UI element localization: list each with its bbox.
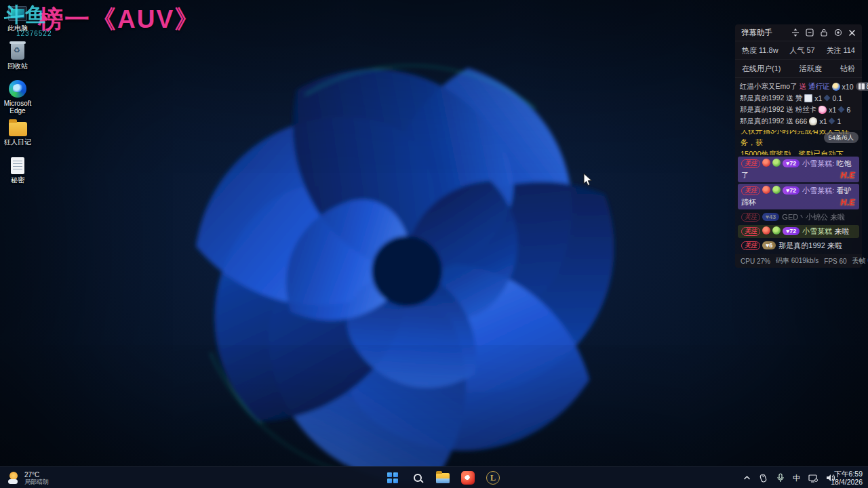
chat-text: 来啦 [830,213,845,221]
gift-name: 通行证 [808,82,830,92]
folder-icon [8,118,27,137]
emote-badge-icon [772,159,781,167]
gift-action: 送 [800,82,807,92]
tab-diamond-fans[interactable]: 钻粉 [840,64,855,74]
gift-user: 红温小寒又Emo了 [740,82,797,92]
gift-user: 那是真的1992 [740,117,784,126]
chat-username: 小雪莱糕 [802,227,832,235]
recycle-bin-icon [8,42,27,61]
taskbar-center-icons: L [383,468,502,487]
gift-action: 送 [786,117,793,126]
chat-message-entry: 关注♥43GED丶小锦公 来啦 [738,211,859,224]
gift-row: 那是真的1992 送 赞 x1 0.1 [735,92,862,104]
panel-tabs-row: 在线用户(1) 活跃度 钻粉 [735,60,862,78]
search-button[interactable] [408,468,427,487]
stream-status-bar: CPU 27% 码率 6019kb/s FPS 60 丢帧 0.00% [735,254,862,268]
file-explorer-button[interactable] [433,468,452,487]
taskbar-clock[interactable]: 下午6:59 18/4/2026 [828,469,865,487]
gift-user: 那是真的1992 [740,105,784,115]
panel-title: 弹幕助手 [741,28,791,38]
tab-online-users[interactable]: 在线用户(1) [742,64,781,74]
windows-logo-icon [387,472,398,483]
level-badge: ♥43 [762,213,779,221]
level-badge: ♥72 [783,186,800,195]
gift-score-pill: 8.3 [856,82,868,91]
value-diamond-icon [824,95,831,102]
desktop-icon-secret-doc[interactable]: 秘密 [1,156,35,184]
gift-user: 那是真的1992 [740,94,784,103]
desktop-icon-label: 回收站 [1,62,35,70]
like-gift-icon [804,94,812,102]
desktop-icon-label: 狂人日记 [1,138,35,146]
this-pc-icon [8,4,27,23]
chat-message-list: 关注♥72小雪莱糕: 吃饱了 H.E 关注♥72小雪莱糕: 看驴蹄杯 H.E 关… [735,157,862,254]
chat-username: 小雪莱糕: [802,186,834,195]
follow-badge: 关注 [741,213,760,222]
weather-widget[interactable]: 27°C 局部晴朗 [4,469,53,487]
collapse-arrows-icon[interactable] [791,28,800,37]
emote-badge-icon [772,186,781,194]
chat-username: 小雪莱糕: [802,159,834,167]
gift-action: 送 [786,94,793,103]
value-diamond-icon [838,106,845,113]
follow-badge: 关注 [741,227,760,236]
start-button[interactable] [383,468,402,487]
value-diamond-icon [829,118,835,125]
fan-medal-icon [762,226,770,235]
mouse-device-icon[interactable] [759,473,768,483]
search-icon [414,474,422,482]
display-device-icon[interactable] [808,474,818,483]
weather-desc: 局部晴朗 [24,479,49,485]
level-badge: ♥72 [783,159,800,167]
ime-indicator[interactable]: 中 [793,473,800,483]
lock-icon[interactable] [820,28,828,37]
status-fps: FPS 60 [824,258,846,265]
gift-row: 那是真的1992 送 粉丝卡 x1 6 [735,104,862,115]
gift-box-icon [859,83,865,89]
emote-badge-icon [772,226,781,235]
stat-popularity: 人气 57 [789,45,814,56]
chat-message-entry: 关注♥72小雪莱糕 来啦 [738,225,859,238]
desktop-icon-label: Microsoft Edge [1,100,35,115]
desktop-icon-this-pc[interactable]: 此电脑 [1,4,35,32]
he-club-logo: H.E [840,170,855,182]
microphone-icon[interactable] [776,473,785,483]
streaming-app-icon [461,471,475,485]
status-bitrate: 码率 6019kb/s [776,256,818,266]
panel-window-icon[interactable] [806,28,814,37]
chat-message-highlight: 关注♥72小雪莱糕: 看驴蹄杯 H.E [738,184,859,209]
desktop-icon-recycle-bin[interactable]: 回收站 [1,42,35,70]
follow-badge: 关注 [741,241,760,250]
chat-message-entry: 关注♥6那是真的1992 来啦 [738,239,859,252]
system-notice: 大伙开播3小时内完成有效人气任务，获 15000热度奖励，奖励已自动下发。 54… [735,130,862,155]
desktop-icon-edge[interactable]: Microsoft Edge [1,79,35,115]
fan-card-gift-icon [818,106,827,114]
gift-action: 送 [786,105,793,115]
league-of-legends-button[interactable]: L [484,468,502,487]
gift-count: x10 [842,83,854,91]
weather-icon [8,472,20,484]
close-icon[interactable] [848,29,856,37]
file-explorer-icon [436,473,450,483]
settings-gear-icon[interactable] [834,28,842,37]
document-icon [8,156,27,175]
status-dropped-frames: 丢帧 0.00% [852,256,868,266]
gift-name: 赞 [795,94,803,103]
chat-username: 那是真的1992 [778,241,825,249]
tab-activity[interactable]: 活跃度 [800,64,822,74]
gift-count: x1 [814,94,822,102]
chat-text: 来啦 [834,227,849,235]
firework-gift-icon [809,117,817,125]
message-counter-badge: 54条/6人 [824,132,859,143]
desktop-icon-label: 秘密 [1,176,35,184]
desktop-icon-diary-folder[interactable]: 狂人日记 [1,118,35,146]
stream-title-overlay: 榜一《AUV》 [38,3,201,37]
panel-stats-row: 热度 11.8w 人气 57 关注 114 [735,41,862,60]
hidden-icons-chevron[interactable] [743,475,751,481]
danmaku-assistant-panel: 弹幕助手 热度 11.8w 人气 57 关注 114 在线用户(1) 活跃度 钻… [735,24,862,268]
system-tray: 中 [743,467,835,488]
he-club-logo: H.E [840,197,855,209]
streaming-app-button[interactable] [458,468,477,487]
fan-medal-icon [762,186,770,194]
level-badge: ♥6 [762,241,776,249]
